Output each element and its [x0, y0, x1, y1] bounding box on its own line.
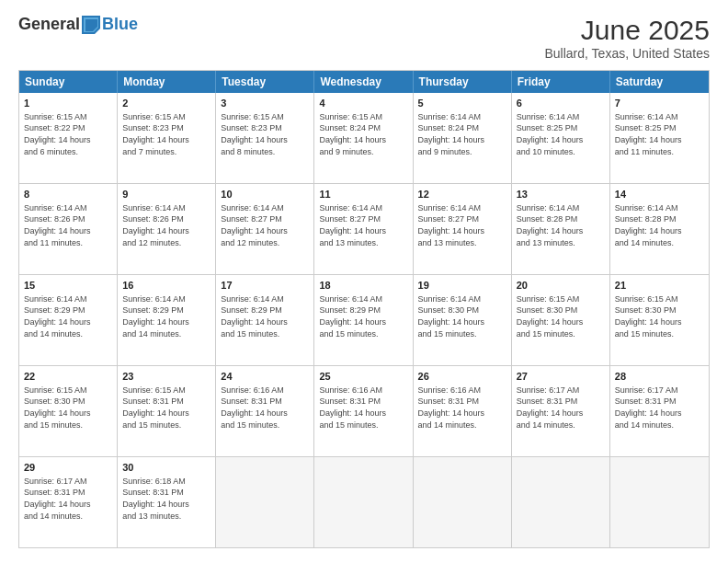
day-info: Sunrise: 6:15 AM Sunset: 8:24 PM Dayligh…: [319, 111, 407, 157]
calendar-cell-28: 28Sunrise: 6:17 AM Sunset: 8:31 PM Dayli…: [610, 366, 709, 456]
day-number: 17: [221, 279, 309, 293]
day-info: Sunrise: 6:16 AM Sunset: 8:31 PM Dayligh…: [418, 385, 506, 431]
calendar-body: 1Sunrise: 6:15 AM Sunset: 8:22 PM Daylig…: [19, 93, 709, 547]
day-info: Sunrise: 6:14 AM Sunset: 8:28 PM Dayligh…: [517, 202, 605, 248]
day-number: 12: [418, 188, 506, 201]
calendar-cell-empty-4-6: [610, 457, 709, 547]
day-info: Sunrise: 6:15 AM Sunset: 8:23 PM Dayligh…: [122, 111, 210, 157]
day-info: Sunrise: 6:15 AM Sunset: 8:22 PM Dayligh…: [24, 111, 112, 157]
day-info: Sunrise: 6:14 AM Sunset: 8:26 PM Dayligh…: [24, 202, 112, 248]
day-info: Sunrise: 6:14 AM Sunset: 8:29 PM Dayligh…: [319, 293, 407, 339]
day-info: Sunrise: 6:15 AM Sunset: 8:31 PM Dayligh…: [122, 385, 210, 431]
logo: General Blue: [18, 15, 138, 34]
day-number: 4: [319, 97, 407, 110]
day-number: 26: [418, 370, 506, 384]
day-info: Sunrise: 6:17 AM Sunset: 8:31 PM Dayligh…: [24, 476, 112, 522]
calendar-cell-21: 21Sunrise: 6:15 AM Sunset: 8:30 PM Dayli…: [610, 275, 709, 365]
day-info: Sunrise: 6:14 AM Sunset: 8:29 PM Dayligh…: [122, 293, 210, 339]
day-number: 27: [517, 370, 605, 384]
calendar-cell-13: 13Sunrise: 6:14 AM Sunset: 8:28 PM Dayli…: [512, 184, 610, 274]
header-day-friday: Friday: [512, 71, 610, 93]
day-info: Sunrise: 6:14 AM Sunset: 8:27 PM Dayligh…: [319, 202, 407, 248]
day-info: Sunrise: 6:17 AM Sunset: 8:31 PM Dayligh…: [517, 385, 605, 431]
day-info: Sunrise: 6:14 AM Sunset: 8:29 PM Dayligh…: [221, 293, 309, 339]
day-number: 2: [122, 97, 210, 110]
day-number: 9: [122, 188, 210, 201]
header-day-thursday: Thursday: [414, 71, 512, 93]
day-number: 23: [122, 370, 210, 384]
day-info: Sunrise: 6:14 AM Sunset: 8:28 PM Dayligh…: [615, 202, 704, 248]
day-info: Sunrise: 6:14 AM Sunset: 8:27 PM Dayligh…: [418, 202, 506, 248]
day-info: Sunrise: 6:14 AM Sunset: 8:25 PM Dayligh…: [615, 111, 704, 157]
calendar-cell-19: 19Sunrise: 6:14 AM Sunset: 8:30 PM Dayli…: [414, 275, 512, 365]
day-number: 30: [122, 461, 210, 475]
day-number: 29: [24, 461, 112, 475]
logo-icon: [82, 16, 100, 34]
day-info: Sunrise: 6:14 AM Sunset: 8:24 PM Dayligh…: [418, 111, 506, 157]
day-info: Sunrise: 6:14 AM Sunset: 8:26 PM Dayligh…: [122, 202, 210, 248]
calendar-row-4: 29Sunrise: 6:17 AM Sunset: 8:31 PM Dayli…: [19, 456, 709, 547]
day-number: 24: [221, 370, 309, 384]
day-info: Sunrise: 6:17 AM Sunset: 8:31 PM Dayligh…: [615, 385, 704, 431]
calendar-cell-20: 20Sunrise: 6:15 AM Sunset: 8:30 PM Dayli…: [512, 275, 610, 365]
calendar-cell-12: 12Sunrise: 6:14 AM Sunset: 8:27 PM Dayli…: [414, 184, 512, 274]
day-number: 16: [122, 279, 210, 293]
logo-blue-text: Blue: [102, 15, 138, 34]
calendar-cell-25: 25Sunrise: 6:16 AM Sunset: 8:31 PM Dayli…: [314, 366, 413, 456]
calendar-cell-18: 18Sunrise: 6:14 AM Sunset: 8:29 PM Dayli…: [314, 275, 413, 365]
day-info: Sunrise: 6:15 AM Sunset: 8:30 PM Dayligh…: [615, 293, 704, 339]
day-info: Sunrise: 6:15 AM Sunset: 8:30 PM Dayligh…: [24, 385, 112, 431]
day-number: 7: [615, 97, 704, 110]
calendar-cell-16: 16Sunrise: 6:14 AM Sunset: 8:29 PM Dayli…: [118, 275, 216, 365]
calendar-cell-2: 2Sunrise: 6:15 AM Sunset: 8:23 PM Daylig…: [118, 93, 216, 183]
day-info: Sunrise: 6:16 AM Sunset: 8:31 PM Dayligh…: [221, 385, 309, 431]
calendar-cell-10: 10Sunrise: 6:14 AM Sunset: 8:27 PM Dayli…: [216, 184, 314, 274]
day-info: Sunrise: 6:16 AM Sunset: 8:31 PM Dayligh…: [319, 385, 407, 431]
calendar-cell-empty-4-5: [512, 457, 610, 547]
day-number: 6: [517, 97, 605, 110]
day-number: 22: [24, 370, 112, 384]
day-number: 5: [418, 97, 506, 110]
day-number: 20: [517, 279, 605, 293]
calendar-row-2: 15Sunrise: 6:14 AM Sunset: 8:29 PM Dayli…: [19, 274, 709, 365]
calendar-cell-23: 23Sunrise: 6:15 AM Sunset: 8:31 PM Dayli…: [118, 366, 216, 456]
calendar-cell-14: 14Sunrise: 6:14 AM Sunset: 8:28 PM Dayli…: [610, 184, 709, 274]
day-number: 18: [319, 279, 407, 293]
calendar-cell-5: 5Sunrise: 6:14 AM Sunset: 8:24 PM Daylig…: [414, 93, 512, 183]
title-section: June 2025 Bullard, Texas, United States: [544, 15, 710, 61]
calendar-header: SundayMondayTuesdayWednesdayThursdayFrid…: [19, 71, 709, 93]
calendar-cell-empty-4-3: [314, 457, 413, 547]
day-info: Sunrise: 6:14 AM Sunset: 8:25 PM Dayligh…: [517, 111, 605, 157]
calendar-cell-30: 30Sunrise: 6:18 AM Sunset: 8:31 PM Dayli…: [118, 457, 216, 547]
day-number: 28: [615, 370, 704, 384]
month-title: June 2025: [544, 15, 710, 46]
calendar-cell-22: 22Sunrise: 6:15 AM Sunset: 8:30 PM Dayli…: [19, 366, 118, 456]
calendar-cell-17: 17Sunrise: 6:14 AM Sunset: 8:29 PM Dayli…: [216, 275, 314, 365]
calendar-cell-27: 27Sunrise: 6:17 AM Sunset: 8:31 PM Dayli…: [512, 366, 610, 456]
day-number: 21: [615, 279, 704, 293]
calendar-cell-6: 6Sunrise: 6:14 AM Sunset: 8:25 PM Daylig…: [512, 93, 610, 183]
day-info: Sunrise: 6:15 AM Sunset: 8:23 PM Dayligh…: [221, 111, 309, 157]
calendar-cell-4: 4Sunrise: 6:15 AM Sunset: 8:24 PM Daylig…: [314, 93, 413, 183]
day-info: Sunrise: 6:15 AM Sunset: 8:30 PM Dayligh…: [517, 293, 605, 339]
day-info: Sunrise: 6:14 AM Sunset: 8:27 PM Dayligh…: [221, 202, 309, 248]
calendar-row-3: 22Sunrise: 6:15 AM Sunset: 8:30 PM Dayli…: [19, 365, 709, 456]
calendar-cell-7: 7Sunrise: 6:14 AM Sunset: 8:25 PM Daylig…: [610, 93, 709, 183]
calendar-cell-empty-4-2: [216, 457, 314, 547]
calendar-row-1: 8Sunrise: 6:14 AM Sunset: 8:26 PM Daylig…: [19, 183, 709, 274]
calendar-cell-empty-4-4: [414, 457, 512, 547]
header-day-sunday: Sunday: [19, 71, 118, 93]
calendar-cell-26: 26Sunrise: 6:16 AM Sunset: 8:31 PM Dayli…: [414, 366, 512, 456]
day-number: 1: [24, 97, 112, 110]
day-number: 13: [517, 188, 605, 201]
calendar-cell-8: 8Sunrise: 6:14 AM Sunset: 8:26 PM Daylig…: [19, 184, 118, 274]
calendar-cell-24: 24Sunrise: 6:16 AM Sunset: 8:31 PM Dayli…: [216, 366, 314, 456]
calendar-cell-9: 9Sunrise: 6:14 AM Sunset: 8:26 PM Daylig…: [118, 184, 216, 274]
calendar-cell-3: 3Sunrise: 6:15 AM Sunset: 8:23 PM Daylig…: [216, 93, 314, 183]
header: General Blue June 2025 Bullard, Texas, U…: [18, 15, 710, 61]
calendar: SundayMondayTuesdayWednesdayThursdayFrid…: [18, 70, 710, 548]
header-day-saturday: Saturday: [610, 71, 709, 93]
day-number: 19: [418, 279, 506, 293]
day-info: Sunrise: 6:18 AM Sunset: 8:31 PM Dayligh…: [122, 476, 210, 522]
calendar-row-0: 1Sunrise: 6:15 AM Sunset: 8:22 PM Daylig…: [19, 93, 709, 183]
